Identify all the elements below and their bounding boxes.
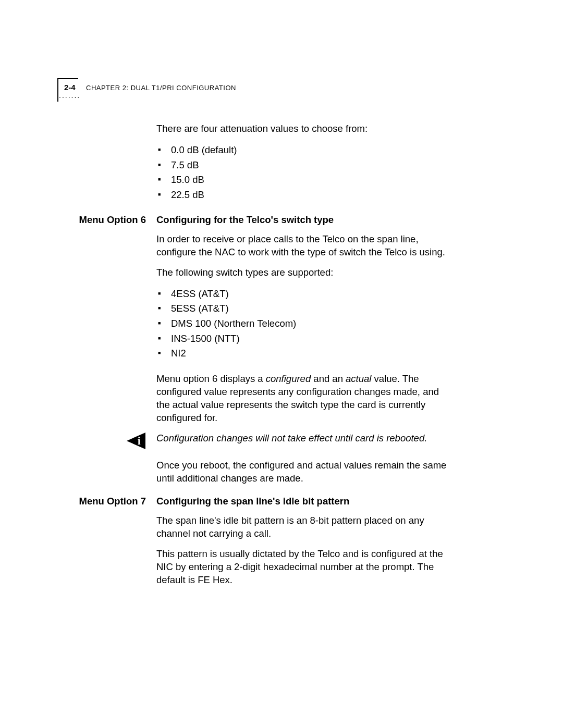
info-note-text: Configuration changes will not take effe…: [156, 432, 454, 445]
list-item: 0.0 dB (default): [156, 143, 454, 158]
option7-para1: The span line's idle bit pattern is an 8…: [156, 514, 454, 540]
menu-option-7-label: Menu Option 7: [57, 496, 156, 507]
info-triangle-icon: i: [126, 432, 146, 452]
info-note-row: i Configuration changes will not take ef…: [57, 432, 506, 452]
menu-option-6-title: Configuring for the Telco's switch type: [156, 214, 454, 226]
option6-para2: The following switch types are supported…: [156, 266, 454, 279]
text-span: and an: [311, 373, 346, 384]
decorative-dots: ·······: [59, 93, 80, 101]
chapter-title: CHAPTER 2: DUAL T1/PRI CONFIGURATION: [86, 84, 236, 92]
list-item: 5ESS (AT&T): [156, 301, 454, 316]
section-heading-option-6: Menu Option 6 Configuring for the Telco'…: [57, 214, 506, 226]
menu-option-7-title: Configuring the span line's idle bit pat…: [156, 496, 454, 507]
page-number: 2-4: [64, 83, 76, 92]
list-item: NI2: [156, 346, 454, 361]
emphasis-actual: actual: [346, 373, 371, 384]
header-rule-horizontal: [57, 78, 78, 79]
attenuation-list: 0.0 dB (default) 7.5 dB 15.0 dB 22.5 dB: [156, 143, 454, 203]
option6-para4: Once you reboot, the configured and actu…: [156, 459, 454, 485]
document-page: 2-4 CHAPTER 2: DUAL T1/PRI CONFIGURATION…: [0, 0, 563, 728]
section-heading-option-7: Menu Option 7 Configuring the span line'…: [57, 496, 506, 507]
attenuation-intro: There are four attenuation values to cho…: [156, 122, 454, 135]
list-item: 7.5 dB: [156, 158, 454, 173]
svg-text:i: i: [138, 435, 141, 447]
list-item: DMS 100 (Northern Telecom): [156, 316, 454, 331]
content-body: There are four attenuation values to cho…: [57, 122, 506, 594]
emphasis-configured: configured: [266, 373, 311, 384]
option6-para1: In order to receive or place calls to th…: [156, 233, 454, 259]
header-rule-vertical: [57, 78, 58, 102]
list-item: 4ESS (AT&T): [156, 287, 454, 302]
svg-marker-0: [127, 433, 145, 449]
list-item: INS-1500 (NTT): [156, 331, 454, 347]
option7-para2: This pattern is usually dictated by the …: [156, 548, 454, 587]
menu-option-6-label: Menu Option 6: [57, 214, 156, 226]
text-span: Menu option 6 displays a: [156, 373, 266, 384]
list-item: 15.0 dB: [156, 172, 454, 188]
switch-types-list: 4ESS (AT&T) 5ESS (AT&T) DMS 100 (Norther…: [156, 287, 454, 361]
option6-para3: Menu option 6 displays a configured and …: [156, 373, 454, 425]
list-item: 22.5 dB: [156, 188, 454, 203]
